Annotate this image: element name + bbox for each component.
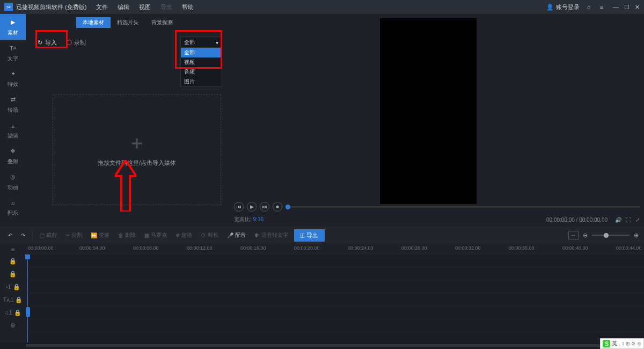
aspect-ratio-value[interactable]: 9:16 — [253, 216, 264, 222]
dropdown-option-video[interactable]: 视频 — [181, 57, 222, 67]
track-row[interactable] — [26, 280, 644, 293]
sidebar-item-filter[interactable]: ⟁ 滤镜 — [0, 117, 26, 143]
stop-button[interactable]: ■ — [273, 202, 282, 212]
play-button[interactable]: ▶ — [247, 202, 257, 212]
login-button[interactable]: 👤 账号登录 — [546, 3, 580, 11]
tab-bg[interactable]: 背景探测 — [145, 17, 179, 28]
tool-voiceover[interactable]: 🎤 配音 — [224, 230, 248, 241]
next-frame-button[interactable]: ⏭ — [260, 202, 269, 212]
preview-progress[interactable] — [286, 206, 640, 208]
app-logo-icon: ✂ — [4, 3, 13, 11]
ime-s-icon: S — [603, 340, 610, 347]
track-lock-icon[interactable]: 🔒 — [0, 255, 26, 267]
ime-indicator[interactable]: S 英 , 1 ⊞ ⚙ ⊕ — [600, 338, 644, 349]
menu-file[interactable]: 文件 — [96, 3, 108, 11]
timeline-hscrollbar[interactable] — [26, 344, 640, 348]
track-row[interactable] — [26, 267, 644, 280]
login-label: 账号登录 — [556, 3, 580, 11]
playback-controls: ⏮ ▶ ⏭ ■ — [234, 202, 640, 212]
zoom-out-icon[interactable]: ⊖ — [583, 232, 588, 239]
ime-extra: , 1 ⊞ ⚙ ⊕ — [619, 341, 641, 346]
time-ruler[interactable]: 00:00:00.00 00:00:04.00 00:00:08.00 00:0… — [26, 244, 644, 255]
fit-icon[interactable]: ↔ — [568, 231, 579, 239]
menu-view[interactable]: 视图 — [139, 3, 151, 11]
menu-edit[interactable]: 编辑 — [118, 3, 129, 11]
ruler-tick: 00:00:44.00 — [616, 245, 642, 251]
track-row[interactable] — [26, 306, 644, 319]
prev-frame-button[interactable]: ⏮ — [234, 202, 244, 212]
progress-thumb[interactable] — [286, 205, 290, 209]
track-audio-icon[interactable]: ♫1 🔒 — [0, 306, 26, 319]
track-row[interactable] — [26, 255, 644, 267]
tool-delete: 🗑 删除 — [115, 230, 138, 241]
media-toolbar: ↻ 导入 录制 全部 ▾ 全部 视频 音频 图片 — [26, 28, 230, 57]
dropdown-option-image[interactable]: 图片 — [181, 77, 222, 86]
filter-icon: ⟁ — [8, 121, 18, 130]
media-dropzone[interactable]: ＋ 拖放文件到这里/点击导入媒体 — [53, 94, 221, 205]
zoom-thumb[interactable] — [604, 233, 609, 238]
main-menu: 文件 编辑 视图 导出 帮助 — [96, 3, 194, 11]
sidebar-item-animation[interactable]: ◎ 动画 — [0, 169, 26, 194]
app-title: 迅捷视频剪辑软件 (免费版) — [16, 3, 86, 11]
tracks-area[interactable] — [26, 255, 644, 343]
ruler-tick: 00:00:32.00 — [455, 245, 481, 251]
maximize-icon[interactable]: ☐ — [624, 4, 630, 11]
zoom-in-icon[interactable]: ⊕ — [634, 232, 639, 239]
sidebar-item-music[interactable]: ♫ 配乐 — [0, 194, 26, 220]
record-icon — [67, 40, 72, 45]
fullscreen-icon[interactable]: ⤢ — [635, 217, 640, 223]
snapshot-icon[interactable]: ⛶ — [626, 217, 631, 223]
scrollbar-thumb[interactable] — [26, 344, 627, 347]
track-settings-icon[interactable]: ⚙ — [0, 319, 26, 332]
text-icon: TA — [8, 43, 18, 53]
track-row[interactable] — [26, 319, 644, 332]
track-row[interactable] — [26, 293, 644, 306]
track-overlay-icon[interactable]: ▫1 🔒 — [0, 280, 26, 293]
media-filter-dropdown[interactable]: 全部 ▾ 全部 视频 音频 图片 — [180, 37, 222, 48]
hamburger-icon[interactable]: ≡ — [598, 3, 605, 11]
dropdown-selected: 全部 — [184, 39, 195, 46]
clip-segment[interactable] — [26, 307, 30, 317]
volume-icon[interactable]: 🔊 — [615, 217, 621, 223]
dropdown-option-all[interactable]: 全部 — [181, 48, 222, 57]
transition-icon: ⇄ — [8, 95, 18, 105]
home-icon[interactable]: ⌂ — [585, 3, 592, 11]
sidebar-item-overlay[interactable]: ❖ 叠附 — [0, 143, 26, 169]
tool-speed: ⏩ 变速 — [88, 230, 112, 241]
ruler-tick: 00:00:24.00 — [348, 245, 374, 251]
import-button[interactable]: ↻ 导入 — [33, 37, 61, 49]
sparkle-icon: ✦ — [8, 69, 18, 79]
redo-button[interactable]: ↷ — [18, 231, 28, 240]
track-headers: ≡ 🔒 🔒 ▫1 🔒 Tᴀ1 🔒 ♫1 🔒 ⚙ — [0, 244, 26, 343]
ruler-tick: 00:00:16.00 — [240, 245, 266, 251]
sidebar-item-text[interactable]: TA 文字 — [0, 40, 26, 66]
undo-button[interactable]: ↶ — [5, 231, 15, 240]
track-menu-icon[interactable]: ≡ — [0, 244, 26, 255]
sidebar-item-effects[interactable]: ✦ 特效 — [0, 66, 26, 91]
record-button[interactable]: 录制 — [67, 39, 86, 47]
animation-icon: ◎ — [8, 172, 18, 182]
preview-canvas[interactable] — [380, 18, 477, 204]
media-tabs: 本地素材 精选片头 背景探测 — [26, 14, 230, 28]
track-text-icon[interactable]: Tᴀ1 🔒 — [0, 293, 26, 306]
ruler-tick: 00:00:40.00 — [562, 245, 588, 251]
ruler-tick: 00:00:20.00 — [294, 245, 320, 251]
ruler-tick: 00:00:28.00 — [401, 245, 427, 251]
dropzone-hint: 拖放文件到这里/点击导入媒体 — [98, 159, 176, 167]
tool-split: ✂ 分割 — [63, 230, 85, 241]
zoom-slider[interactable] — [592, 235, 630, 236]
track-lock2-icon[interactable]: 🔒 — [0, 267, 26, 280]
sidebar-item-transition[interactable]: ⇄ 转场 — [0, 91, 26, 117]
dropdown-option-audio[interactable]: 音频 — [181, 67, 222, 77]
tab-intros[interactable]: 精选片头 — [111, 17, 145, 28]
ruler-tick: 00:00:12.00 — [187, 245, 213, 251]
minimize-icon[interactable]: — — [613, 4, 619, 11]
menu-help[interactable]: 帮助 — [182, 3, 194, 11]
sidebar-item-media[interactable]: ▶ 素材 — [0, 14, 26, 40]
tab-local-media[interactable]: 本地素材 — [76, 17, 111, 28]
export-button[interactable]: ⍐ 导出 — [294, 229, 325, 242]
preview-panel: ⏮ ▶ ⏭ ■ 宽高比: 9:16 00:00:00.00 / 00:00:00… — [230, 14, 644, 227]
title-bar: ✂ 迅捷视频剪辑软件 (免费版) 文件 编辑 视图 导出 帮助 👤 账号登录 ⌂… — [0, 0, 644, 14]
plus-icon: ＋ — [128, 133, 146, 151]
close-icon[interactable]: ✕ — [635, 4, 640, 11]
